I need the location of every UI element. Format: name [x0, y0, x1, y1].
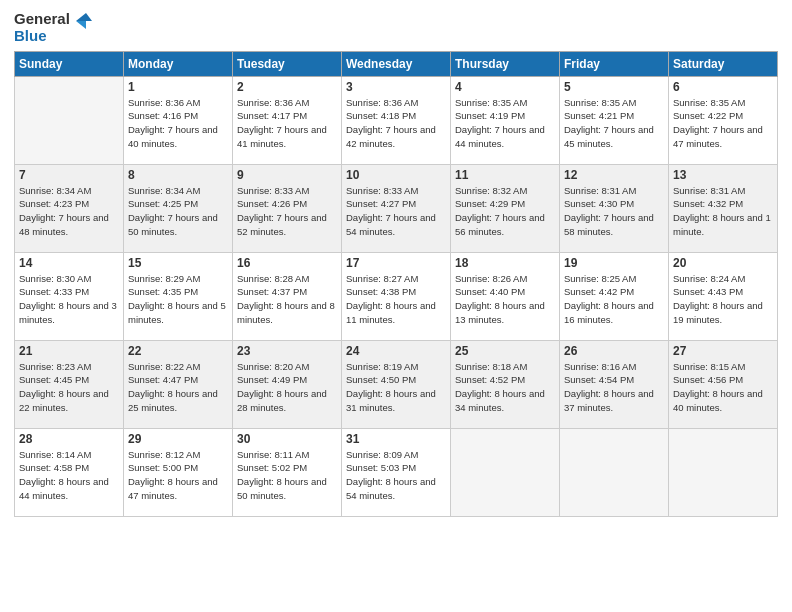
day-info: Sunrise: 8:12 AMSunset: 5:00 PMDaylight:… — [128, 448, 228, 503]
header: General Blue — [14, 10, 778, 45]
day-info: Sunrise: 8:22 AMSunset: 4:47 PMDaylight:… — [128, 360, 228, 415]
calendar-cell: 13Sunrise: 8:31 AMSunset: 4:32 PMDayligh… — [669, 164, 778, 252]
day-number: 21 — [19, 344, 119, 358]
calendar-cell: 3Sunrise: 8:36 AMSunset: 4:18 PMDaylight… — [342, 76, 451, 164]
calendar-cell: 15Sunrise: 8:29 AMSunset: 4:35 PMDayligh… — [124, 252, 233, 340]
day-info: Sunrise: 8:35 AMSunset: 4:19 PMDaylight:… — [455, 96, 555, 151]
calendar-cell: 29Sunrise: 8:12 AMSunset: 5:00 PMDayligh… — [124, 428, 233, 516]
calendar-cell: 31Sunrise: 8:09 AMSunset: 5:03 PMDayligh… — [342, 428, 451, 516]
weekday-header-monday: Monday — [124, 51, 233, 76]
day-info: Sunrise: 8:28 AMSunset: 4:37 PMDaylight:… — [237, 272, 337, 327]
weekday-header-friday: Friday — [560, 51, 669, 76]
day-info: Sunrise: 8:29 AMSunset: 4:35 PMDaylight:… — [128, 272, 228, 327]
day-info: Sunrise: 8:14 AMSunset: 4:58 PMDaylight:… — [19, 448, 119, 503]
week-row-4: 21Sunrise: 8:23 AMSunset: 4:45 PMDayligh… — [15, 340, 778, 428]
day-number: 26 — [564, 344, 664, 358]
calendar-cell: 30Sunrise: 8:11 AMSunset: 5:02 PMDayligh… — [233, 428, 342, 516]
calendar-cell: 8Sunrise: 8:34 AMSunset: 4:25 PMDaylight… — [124, 164, 233, 252]
calendar-cell — [560, 428, 669, 516]
day-info: Sunrise: 8:32 AMSunset: 4:29 PMDaylight:… — [455, 184, 555, 239]
weekday-header-tuesday: Tuesday — [233, 51, 342, 76]
day-number: 2 — [237, 80, 337, 94]
weekday-header-saturday: Saturday — [669, 51, 778, 76]
calendar-cell: 4Sunrise: 8:35 AMSunset: 4:19 PMDaylight… — [451, 76, 560, 164]
calendar-cell: 22Sunrise: 8:22 AMSunset: 4:47 PMDayligh… — [124, 340, 233, 428]
day-info: Sunrise: 8:34 AMSunset: 4:23 PMDaylight:… — [19, 184, 119, 239]
calendar-cell: 21Sunrise: 8:23 AMSunset: 4:45 PMDayligh… — [15, 340, 124, 428]
day-number: 11 — [455, 168, 555, 182]
day-number: 22 — [128, 344, 228, 358]
day-number: 8 — [128, 168, 228, 182]
day-info: Sunrise: 8:35 AMSunset: 4:22 PMDaylight:… — [673, 96, 773, 151]
calendar-cell: 9Sunrise: 8:33 AMSunset: 4:26 PMDaylight… — [233, 164, 342, 252]
logo-text: General Blue — [14, 10, 92, 45]
svg-marker-0 — [76, 13, 92, 21]
day-number: 18 — [455, 256, 555, 270]
calendar-cell: 5Sunrise: 8:35 AMSunset: 4:21 PMDaylight… — [560, 76, 669, 164]
day-number: 14 — [19, 256, 119, 270]
day-number: 29 — [128, 432, 228, 446]
day-info: Sunrise: 8:19 AMSunset: 4:50 PMDaylight:… — [346, 360, 446, 415]
week-row-1: 1Sunrise: 8:36 AMSunset: 4:16 PMDaylight… — [15, 76, 778, 164]
weekday-header-sunday: Sunday — [15, 51, 124, 76]
day-info: Sunrise: 8:11 AMSunset: 5:02 PMDaylight:… — [237, 448, 337, 503]
calendar-cell: 28Sunrise: 8:14 AMSunset: 4:58 PMDayligh… — [15, 428, 124, 516]
day-info: Sunrise: 8:09 AMSunset: 5:03 PMDaylight:… — [346, 448, 446, 503]
weekday-header-thursday: Thursday — [451, 51, 560, 76]
day-number: 20 — [673, 256, 773, 270]
calendar-cell: 18Sunrise: 8:26 AMSunset: 4:40 PMDayligh… — [451, 252, 560, 340]
day-number: 6 — [673, 80, 773, 94]
calendar-cell: 16Sunrise: 8:28 AMSunset: 4:37 PMDayligh… — [233, 252, 342, 340]
day-number: 10 — [346, 168, 446, 182]
day-number: 17 — [346, 256, 446, 270]
day-info: Sunrise: 8:36 AMSunset: 4:16 PMDaylight:… — [128, 96, 228, 151]
day-number: 16 — [237, 256, 337, 270]
calendar-cell: 1Sunrise: 8:36 AMSunset: 4:16 PMDaylight… — [124, 76, 233, 164]
calendar-cell: 12Sunrise: 8:31 AMSunset: 4:30 PMDayligh… — [560, 164, 669, 252]
day-number: 28 — [19, 432, 119, 446]
day-info: Sunrise: 8:33 AMSunset: 4:26 PMDaylight:… — [237, 184, 337, 239]
day-info: Sunrise: 8:18 AMSunset: 4:52 PMDaylight:… — [455, 360, 555, 415]
day-info: Sunrise: 8:24 AMSunset: 4:43 PMDaylight:… — [673, 272, 773, 327]
calendar-cell: 10Sunrise: 8:33 AMSunset: 4:27 PMDayligh… — [342, 164, 451, 252]
day-number: 13 — [673, 168, 773, 182]
day-info: Sunrise: 8:23 AMSunset: 4:45 PMDaylight:… — [19, 360, 119, 415]
day-info: Sunrise: 8:26 AMSunset: 4:40 PMDaylight:… — [455, 272, 555, 327]
day-info: Sunrise: 8:35 AMSunset: 4:21 PMDaylight:… — [564, 96, 664, 151]
day-number: 4 — [455, 80, 555, 94]
calendar-cell: 27Sunrise: 8:15 AMSunset: 4:56 PMDayligh… — [669, 340, 778, 428]
week-row-2: 7Sunrise: 8:34 AMSunset: 4:23 PMDaylight… — [15, 164, 778, 252]
svg-marker-1 — [76, 21, 86, 29]
calendar-cell: 7Sunrise: 8:34 AMSunset: 4:23 PMDaylight… — [15, 164, 124, 252]
logo-bird-icon — [72, 13, 92, 41]
calendar-cell — [669, 428, 778, 516]
calendar-cell: 19Sunrise: 8:25 AMSunset: 4:42 PMDayligh… — [560, 252, 669, 340]
calendar-cell: 6Sunrise: 8:35 AMSunset: 4:22 PMDaylight… — [669, 76, 778, 164]
day-number: 7 — [19, 168, 119, 182]
day-info: Sunrise: 8:25 AMSunset: 4:42 PMDaylight:… — [564, 272, 664, 327]
day-number: 12 — [564, 168, 664, 182]
day-number: 23 — [237, 344, 337, 358]
day-number: 31 — [346, 432, 446, 446]
day-number: 9 — [237, 168, 337, 182]
day-info: Sunrise: 8:15 AMSunset: 4:56 PMDaylight:… — [673, 360, 773, 415]
calendar-cell: 25Sunrise: 8:18 AMSunset: 4:52 PMDayligh… — [451, 340, 560, 428]
day-number: 3 — [346, 80, 446, 94]
page: General Blue SundayMondayTuesdayWednesda… — [0, 0, 792, 612]
calendar-cell: 23Sunrise: 8:20 AMSunset: 4:49 PMDayligh… — [233, 340, 342, 428]
logo: General Blue — [14, 10, 92, 45]
day-number: 5 — [564, 80, 664, 94]
calendar-cell: 26Sunrise: 8:16 AMSunset: 4:54 PMDayligh… — [560, 340, 669, 428]
day-info: Sunrise: 8:20 AMSunset: 4:49 PMDaylight:… — [237, 360, 337, 415]
calendar-cell: 20Sunrise: 8:24 AMSunset: 4:43 PMDayligh… — [669, 252, 778, 340]
day-number: 15 — [128, 256, 228, 270]
day-number: 27 — [673, 344, 773, 358]
calendar-cell: 11Sunrise: 8:32 AMSunset: 4:29 PMDayligh… — [451, 164, 560, 252]
calendar-cell: 2Sunrise: 8:36 AMSunset: 4:17 PMDaylight… — [233, 76, 342, 164]
day-info: Sunrise: 8:16 AMSunset: 4:54 PMDaylight:… — [564, 360, 664, 415]
day-info: Sunrise: 8:34 AMSunset: 4:25 PMDaylight:… — [128, 184, 228, 239]
calendar-cell — [15, 76, 124, 164]
week-row-5: 28Sunrise: 8:14 AMSunset: 4:58 PMDayligh… — [15, 428, 778, 516]
day-info: Sunrise: 8:36 AMSunset: 4:18 PMDaylight:… — [346, 96, 446, 151]
calendar-table: SundayMondayTuesdayWednesdayThursdayFrid… — [14, 51, 778, 517]
